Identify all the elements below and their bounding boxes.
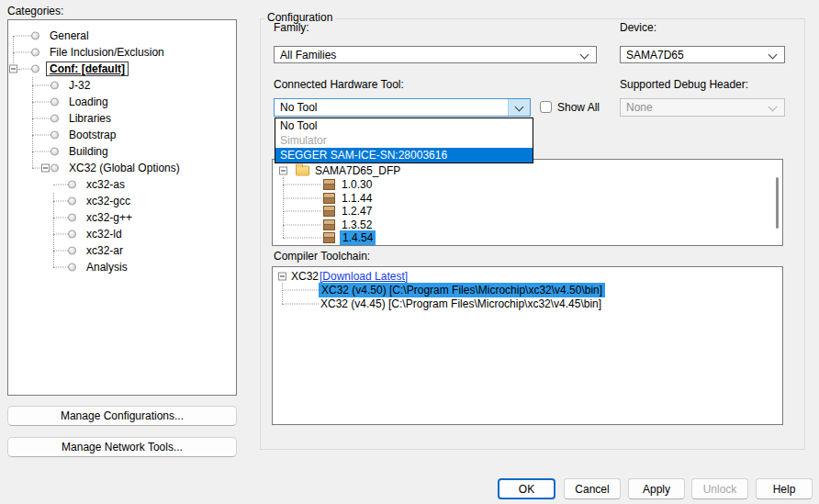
pack-version-row-selected[interactable]: 1.4.54	[273, 230, 782, 244]
category-label[interactable]: General	[50, 29, 89, 42]
tree-branch	[32, 168, 41, 169]
device-pack-tree[interactable]: SAMA7D65_DFP 1.0.30 1.1.44 1.2.47 1.3.52…	[272, 159, 783, 246]
category-label[interactable]: J-32	[69, 79, 90, 92]
tree-branch	[53, 218, 68, 218]
pack-version-row[interactable]: 1.2.47	[273, 204, 782, 218]
option-segger-sam-ice[interactable]: SEGGER SAM-ICE-SN:28003616	[275, 148, 533, 162]
cancel-label: Cancel	[565, 483, 620, 496]
hardware-tool-select[interactable]: No Tool	[274, 98, 531, 117]
toolchain-item-label[interactable]: XC32 (v4.50) [C:\Program Files\Microchip…	[319, 283, 605, 297]
toolchain-root-label[interactable]: XC32	[291, 270, 319, 283]
category-label[interactable]: xc32-ar	[86, 244, 123, 257]
toolchain-item-row-selected[interactable]: XC32 (v4.50) [C:\Program Files\Microchip…	[273, 283, 782, 297]
category-bullet-icon	[68, 181, 76, 189]
category-label[interactable]: File Inclusion/Exclusion	[50, 46, 164, 59]
category-label[interactable]: xc32-g++	[86, 211, 132, 224]
option-no-tool[interactable]: No Tool	[275, 118, 533, 133]
help-button[interactable]: Help	[756, 478, 813, 499]
tree-branch	[282, 289, 319, 290]
sidebar-item-xc32-as[interactable]: xc32-as	[8, 176, 236, 193]
sidebar-item-file-inclusion[interactable]: File Inclusion/Exclusion	[8, 44, 236, 61]
category-label-selected[interactable]: Conf: [default]	[46, 62, 129, 76]
sidebar-item-xc32-gpp[interactable]: xc32-g++	[8, 209, 236, 226]
tree-branch	[283, 224, 321, 225]
pack-version-label[interactable]: 1.2.47	[342, 205, 372, 218]
pack-version-row[interactable]: 1.1.44	[273, 191, 782, 205]
category-bullet-icon	[50, 148, 59, 156]
sidebar-item-xc32-ld[interactable]: xc32-ld	[8, 226, 236, 242]
show-all-checkbox[interactable]	[540, 101, 552, 113]
category-bullet-icon	[31, 65, 39, 73]
tree-branch	[283, 184, 321, 185]
vertical-scrollbar[interactable]	[776, 177, 779, 229]
compiler-toolchain-label: Compiler Toolchain:	[274, 250, 370, 263]
cancel-button[interactable]: Cancel	[564, 478, 621, 499]
pack-version-label[interactable]: 1.0.30	[342, 178, 372, 191]
category-label[interactable]: xc32-gcc	[86, 195, 130, 207]
category-label[interactable]: Bootstrap	[69, 129, 116, 141]
tree-branch	[32, 85, 50, 86]
category-label[interactable]: Libraries	[69, 112, 111, 125]
category-bullet-icon	[68, 214, 76, 222]
hardware-tool-dropdown-list[interactable]: No Tool Simulator SEGGER SAM-ICE-SN:2800…	[275, 118, 533, 163]
tree-branch	[53, 185, 68, 185]
sidebar-item-building[interactable]: Building	[8, 143, 236, 160]
tree-branch	[32, 102, 50, 103]
sidebar-item-loading[interactable]: Loading	[8, 94, 236, 110]
collapse-icon[interactable]	[9, 65, 17, 73]
category-label[interactable]: Building	[69, 145, 108, 158]
toolchain-item-label[interactable]: XC32 (v4.45) [C:\Program Files\Microchip…	[320, 297, 601, 310]
category-label[interactable]: xc32-as	[86, 178, 125, 191]
debug-header-select: None	[620, 98, 785, 117]
pack-version-label[interactable]: 1.3.52	[342, 218, 372, 231]
sidebar-item-analysis[interactable]: Analysis	[8, 259, 236, 275]
category-label[interactable]: Loading	[69, 95, 108, 108]
sidebar-item-libraries[interactable]: Libraries	[8, 110, 236, 127]
collapse-icon[interactable]	[279, 166, 287, 174]
apply-button[interactable]: Apply	[628, 478, 685, 499]
category-bullet-icon	[50, 115, 59, 123]
compiler-toolchain-tree[interactable]: XC32 [Download Latest] XC32 (v4.50) [C:\…	[272, 266, 783, 425]
sidebar-item-bootstrap[interactable]: Bootstrap	[8, 127, 236, 143]
folder-icon	[296, 165, 309, 175]
sidebar-item-xc32-gcc[interactable]: xc32-gcc	[8, 193, 236, 209]
collapse-icon[interactable]	[41, 164, 50, 173]
project-properties-dialog: Categories: General File Inclusion/Exclu…	[0, 0, 819, 504]
sidebar-item-xc32-global[interactable]: XC32 (Global Options)	[8, 160, 236, 176]
ok-button[interactable]: OK	[498, 478, 555, 499]
collapse-icon[interactable]	[278, 272, 286, 280]
pack-version-label[interactable]: 1.4.54	[340, 230, 376, 245]
ok-label: OK	[499, 483, 554, 496]
pack-folder-row[interactable]: SAMA7D65_DFP	[273, 163, 782, 177]
tree-branch	[13, 52, 31, 53]
category-bullet-icon	[68, 197, 76, 206]
debug-header-label: Supported Debug Header:	[620, 78, 748, 91]
family-select[interactable]: All Families	[274, 46, 597, 63]
toolchain-item-row[interactable]: XC32 (v4.45) [C:\Program Files\Microchip…	[273, 297, 782, 310]
category-bullet-icon	[31, 32, 39, 40]
sidebar-item-xc32-ar[interactable]: xc32-ar	[8, 242, 236, 259]
manage-network-tools-label: Manage Network Tools...	[8, 441, 236, 454]
category-bullet-icon	[68, 230, 76, 239]
pack-version-row[interactable]: 1.0.30	[273, 177, 782, 191]
sidebar-item-j32[interactable]: J-32	[8, 77, 236, 94]
category-label[interactable]: XC32 (Global Options)	[69, 162, 180, 174]
pack-version-label[interactable]: 1.1.44	[342, 192, 372, 205]
category-label[interactable]: Analysis	[86, 261, 128, 274]
package-icon	[323, 179, 335, 190]
category-label[interactable]: xc32-ld	[86, 228, 122, 241]
manage-network-tools-button[interactable]: Manage Network Tools...	[7, 437, 237, 457]
package-icon	[323, 219, 335, 230]
pack-folder-label[interactable]: SAMA7D65_DFP	[315, 164, 400, 177]
package-icon	[323, 232, 335, 243]
sidebar-item-conf-default[interactable]: Conf: [default]	[8, 61, 236, 77]
toolchain-root-row[interactable]: XC32 [Download Latest]	[273, 269, 782, 283]
option-simulator: Simulator	[275, 133, 533, 148]
device-select[interactable]: SAMA7D65	[620, 46, 785, 63]
manage-configurations-button[interactable]: Manage Configurations...	[7, 406, 237, 426]
sidebar-item-general[interactable]: General	[8, 28, 236, 44]
tree-branch	[283, 197, 321, 198]
categories-tree[interactable]: General File Inclusion/Exclusion Conf: […	[7, 19, 237, 396]
tree-branch	[32, 135, 50, 136]
download-latest-link[interactable]: [Download Latest]	[320, 270, 408, 283]
